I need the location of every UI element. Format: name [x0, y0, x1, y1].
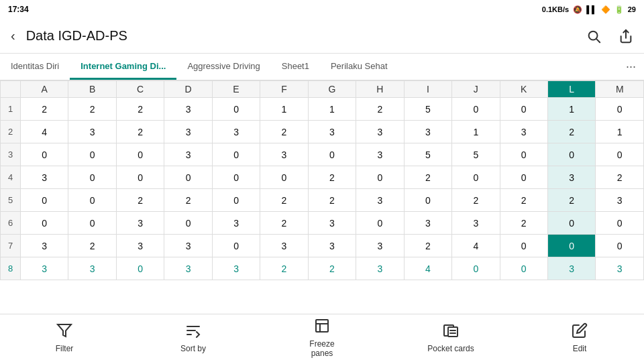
table-cell[interactable]: 3: [164, 121, 212, 143]
table-cell[interactable]: 0: [68, 212, 116, 235]
col-header-k[interactable]: K: [500, 81, 547, 98]
table-cell[interactable]: 2: [547, 121, 595, 143]
table-row[interactable]: 60030323033200: [1, 212, 644, 235]
table-cell[interactable]: 1: [452, 121, 500, 143]
table-cell[interactable]: 3: [164, 98, 212, 121]
table-cell[interactable]: 3: [596, 189, 644, 212]
table-row[interactable]: 12223011250010: [1, 98, 644, 121]
table-cell[interactable]: 3: [404, 121, 451, 143]
col-header-h[interactable]: H: [356, 81, 404, 98]
table-cell[interactable]: 3: [212, 121, 260, 143]
table-cell[interactable]: 2: [500, 212, 547, 235]
table-cell[interactable]: 3: [164, 143, 212, 166]
table-cell[interactable]: 5: [452, 143, 500, 166]
table-cell[interactable]: 3: [21, 235, 68, 257]
table-cell[interactable]: 0: [500, 143, 547, 166]
table-cell[interactable]: 4: [21, 121, 68, 143]
table-cell[interactable]: 3: [164, 235, 212, 257]
table-cell[interactable]: 2: [404, 166, 451, 189]
table-cell[interactable]: 3: [212, 257, 260, 280]
col-header-g[interactable]: G: [308, 81, 356, 98]
table-cell[interactable]: 3: [356, 257, 404, 280]
tab-perilaku[interactable]: Perilaku Sehat: [320, 54, 398, 80]
table-cell[interactable]: 1: [260, 98, 308, 121]
table-cell[interactable]: 2: [116, 98, 164, 121]
table-cell[interactable]: 3: [116, 235, 164, 257]
table-cell[interactable]: 2: [547, 189, 595, 212]
table-cell[interactable]: 5: [404, 98, 451, 121]
table-cell[interactable]: 2: [116, 121, 164, 143]
table-cell[interactable]: 3: [260, 235, 308, 257]
table-cell[interactable]: 2: [21, 98, 68, 121]
table-cell[interactable]: 3: [260, 143, 308, 166]
back-button[interactable]: ‹: [8, 25, 18, 46]
table-cell[interactable]: 0: [356, 212, 404, 235]
table-cell[interactable]: 3: [21, 166, 68, 189]
col-header-d[interactable]: D: [164, 81, 212, 98]
table-cell[interactable]: 3: [68, 121, 116, 143]
table-cell[interactable]: 4: [452, 235, 500, 257]
tab-sheet1[interactable]: Sheet1: [271, 54, 320, 80]
table-cell[interactable]: 0: [212, 189, 260, 212]
table-cell[interactable]: 3: [21, 257, 68, 280]
sortby-button[interactable]: Sort by: [170, 322, 217, 353]
search-button[interactable]: [584, 26, 604, 46]
table-cell[interactable]: 0: [356, 166, 404, 189]
table-cell[interactable]: 4: [404, 257, 451, 280]
table-cell[interactable]: 0: [68, 143, 116, 166]
table-cell[interactable]: 2: [308, 257, 356, 280]
table-row[interactable]: 73233033324000: [1, 235, 644, 257]
table-cell[interactable]: 2: [260, 189, 308, 212]
table-cell[interactable]: 3: [356, 121, 404, 143]
tab-aggressive[interactable]: Aggressive Driving: [176, 54, 270, 80]
table-cell[interactable]: 0: [596, 212, 644, 235]
table-cell[interactable]: 2: [260, 121, 308, 143]
table-cell[interactable]: 0: [68, 166, 116, 189]
table-cell[interactable]: 0: [596, 98, 644, 121]
tab-igd[interactable]: Internet Gaming Di...: [70, 54, 176, 80]
table-cell[interactable]: 2: [116, 189, 164, 212]
table-cell[interactable]: 0: [404, 189, 451, 212]
table-row[interactable]: 30003030355000: [1, 143, 644, 166]
table-cell[interactable]: 3: [596, 257, 644, 280]
col-header-e[interactable]: E: [212, 81, 260, 98]
table-cell[interactable]: 2: [260, 257, 308, 280]
table-cell[interactable]: 1: [596, 121, 644, 143]
table-cell[interactable]: 3: [547, 257, 595, 280]
table-cell[interactable]: 3: [308, 235, 356, 257]
table-cell[interactable]: 0: [547, 235, 595, 257]
table-cell[interactable]: 2: [68, 98, 116, 121]
col-header-m[interactable]: M: [596, 81, 644, 98]
pocketcards-button[interactable]: Pocket cards: [427, 322, 474, 353]
table-cell[interactable]: 0: [500, 257, 547, 280]
table-cell[interactable]: 0: [116, 143, 164, 166]
table-cell[interactable]: 0: [596, 143, 644, 166]
table-cell[interactable]: 0: [452, 257, 500, 280]
col-header-a[interactable]: A: [21, 81, 68, 98]
table-cell[interactable]: 0: [547, 143, 595, 166]
table-cell[interactable]: 5: [404, 143, 451, 166]
table-cell[interactable]: 0: [500, 166, 547, 189]
table-cell[interactable]: 1: [547, 98, 595, 121]
table-cell[interactable]: 2: [308, 189, 356, 212]
col-header-l[interactable]: L: [547, 81, 595, 98]
table-cell[interactable]: 0: [164, 212, 212, 235]
tab-identitas[interactable]: Identitas Diri: [0, 54, 70, 80]
table-row[interactable]: 24323323331321: [1, 121, 644, 143]
tab-more-button[interactable]: ···: [618, 54, 644, 79]
table-cell[interactable]: 0: [116, 166, 164, 189]
table-cell[interactable]: 3: [212, 212, 260, 235]
table-row[interactable]: 43000002020032: [1, 166, 644, 189]
table-cell[interactable]: 2: [596, 166, 644, 189]
table-cell[interactable]: 3: [356, 235, 404, 257]
table-cell[interactable]: 1: [308, 98, 356, 121]
table-cell[interactable]: 0: [212, 235, 260, 257]
table-cell[interactable]: 2: [308, 166, 356, 189]
table-cell[interactable]: 2: [260, 212, 308, 235]
table-row[interactable]: 50022022302223: [1, 189, 644, 212]
col-header-j[interactable]: J: [452, 81, 500, 98]
table-cell[interactable]: 0: [452, 166, 500, 189]
table-cell[interactable]: 0: [21, 189, 68, 212]
table-cell[interactable]: 0: [21, 212, 68, 235]
table-cell[interactable]: 0: [308, 143, 356, 166]
